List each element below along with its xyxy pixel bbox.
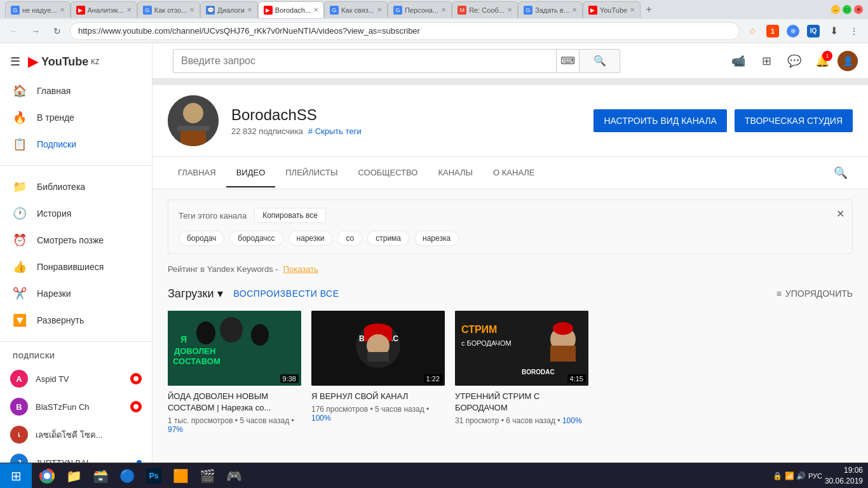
tab-2[interactable]: ▶ Аналитик... ✕ bbox=[71, 1, 137, 18]
channel-meta: 22 832 подписчика # Скрыть теги bbox=[231, 126, 581, 136]
tab-10[interactable]: ▶ YouTube ✕ bbox=[583, 1, 641, 18]
tab-6[interactable]: G Как связ... ✕ bbox=[324, 1, 388, 18]
taskbar-photoshop[interactable]: Ps bbox=[141, 463, 166, 489]
nav-item-about[interactable]: О КАНАЛЕ bbox=[483, 159, 545, 187]
sidebar-item-subscriptions[interactable]: 📋 Подписки bbox=[0, 131, 152, 158]
sidebar-item-library[interactable]: 📁 Библиотека bbox=[0, 173, 152, 200]
tag-0[interactable]: бородач bbox=[179, 231, 224, 246]
tab-close-8[interactable]: ✕ bbox=[507, 6, 512, 13]
tab-close-1[interactable]: ✕ bbox=[60, 6, 65, 13]
hamburger-icon[interactable]: ☰ bbox=[10, 55, 20, 69]
start-button[interactable]: ⊞ bbox=[0, 463, 32, 489]
copy-tags-button[interactable]: Копировать все bbox=[254, 208, 326, 223]
tags-close-button[interactable]: ✕ bbox=[836, 208, 844, 220]
creative-studio-button[interactable]: ТВОРЧЕСКАЯ СТУДИЯ bbox=[735, 109, 853, 132]
messages-icon[interactable]: 💬 bbox=[782, 48, 807, 74]
tab-close-7[interactable]: ✕ bbox=[441, 6, 446, 13]
tab-label-4: Диалоги bbox=[217, 6, 245, 14]
search-button[interactable]: 🔍 bbox=[580, 49, 620, 73]
sub-avatar-jurttyn: J bbox=[10, 454, 28, 463]
maximize-button[interactable]: □ bbox=[843, 5, 851, 14]
sub-item-aspid[interactable]: A Aspid TV bbox=[0, 365, 152, 393]
taskbar-steam[interactable]: 🎮 bbox=[221, 463, 247, 489]
chrome-menu-icon[interactable]: ⋮ bbox=[845, 22, 863, 40]
customize-channel-button[interactable]: НАСТРОИТЬ ВИД КАНАЛА bbox=[593, 109, 727, 132]
tab-close-4[interactable]: ✕ bbox=[247, 6, 252, 13]
forward-button[interactable]: → bbox=[27, 22, 44, 40]
tag-5[interactable]: нарезка bbox=[414, 231, 459, 246]
tab-5-active[interactable]: ▶ Borodach... ✕ bbox=[258, 1, 324, 18]
hide-tags-link[interactable]: # Скрыть теги bbox=[308, 126, 362, 136]
minimize-button[interactable]: – bbox=[831, 5, 840, 14]
apps-icon[interactable]: ⊞ bbox=[754, 48, 779, 74]
tag-2[interactable]: нарезки bbox=[288, 231, 333, 246]
notifications-icon[interactable]: 🔔 1 bbox=[810, 48, 835, 74]
back-button[interactable]: ← bbox=[5, 22, 23, 40]
rating-show-link[interactable]: Показать bbox=[283, 264, 318, 274]
ext-icon-3[interactable]: IQ bbox=[804, 22, 822, 40]
youtube-logo[interactable]: ▶ YouTubeKZ bbox=[28, 53, 99, 70]
sidebar-item-trending[interactable]: 🔥 В тренде bbox=[0, 104, 152, 131]
tab-close-2[interactable]: ✕ bbox=[126, 6, 132, 13]
tab-close-3[interactable]: ✕ bbox=[189, 6, 194, 13]
tag-1[interactable]: бородачсс bbox=[229, 231, 283, 246]
sidebar-item-expand[interactable]: 🔽 Развернуть bbox=[0, 307, 152, 334]
tag-4[interactable]: стрима bbox=[367, 231, 409, 246]
nav-item-home[interactable]: ГЛАВНАЯ bbox=[168, 159, 226, 187]
video-card-0[interactable]: Я ДОВОЛЕН СОСТАВОМ 9:38 ЙОДА ДО bbox=[168, 311, 301, 439]
tray-icons: 🔒 📶 🔊 bbox=[773, 471, 806, 480]
close-button[interactable]: ✕ bbox=[854, 5, 863, 14]
taskbar-app-6[interactable]: 🟧 bbox=[168, 463, 193, 489]
taskbar-app-4[interactable]: 🔵 bbox=[114, 463, 140, 489]
tab-close-6[interactable]: ✕ bbox=[377, 6, 382, 13]
taskbar-app-3[interactable]: 🗃️ bbox=[88, 463, 113, 489]
nav-item-channels[interactable]: КАНАЛЫ bbox=[428, 159, 483, 187]
sidebar-item-history[interactable]: 🕐 История bbox=[0, 200, 152, 227]
tab-3[interactable]: G Как отзо... ✕ bbox=[137, 1, 201, 18]
sub-item-blastz[interactable]: B BlaSTzFun Ch bbox=[0, 393, 152, 421]
tab-9[interactable]: G Задать в... ✕ bbox=[518, 1, 583, 18]
refresh-button[interactable]: ↻ bbox=[48, 22, 66, 40]
ext-icon-2[interactable]: ⊕ bbox=[784, 22, 802, 40]
tab-close-10[interactable]: ✕ bbox=[630, 6, 635, 13]
taskbar-chrome[interactable] bbox=[34, 463, 60, 489]
tab-close-9[interactable]: ✕ bbox=[572, 6, 577, 13]
tab-4[interactable]: 💬 Диалоги ✕ bbox=[200, 1, 258, 18]
nav-item-community[interactable]: СООБЩЕСТВО bbox=[348, 159, 428, 187]
video-info-2: УТРЕННИЙ СТРИМ С БОРОДАЧОМ 31 просмотр •… bbox=[455, 386, 588, 430]
ext-icon-4[interactable]: ⬇ bbox=[825, 22, 843, 40]
sub-item-thai[interactable]: เ เลซเด็ดโซคี โซค... bbox=[0, 421, 152, 449]
sidebar: ☰ ▶ YouTubeKZ 🏠 Главная 🔥 В тренде 📋 По bbox=[0, 43, 153, 463]
tab-7[interactable]: G Персона... ✕ bbox=[388, 1, 452, 18]
taskbar-video-editor[interactable]: 🎬 bbox=[194, 463, 220, 489]
user-avatar[interactable]: 👤 bbox=[837, 51, 858, 71]
bookmark-icon[interactable]: ☆ bbox=[743, 22, 761, 40]
search-input[interactable] bbox=[173, 50, 556, 72]
tab-close-5[interactable]: ✕ bbox=[313, 6, 318, 13]
upload-icon[interactable]: 📹 bbox=[726, 48, 751, 74]
video-duration-2: 4:15 bbox=[567, 374, 586, 383]
keyboard-button[interactable]: ⌨ bbox=[556, 50, 579, 72]
tab-1[interactable]: G не надуе... ✕ bbox=[5, 1, 71, 18]
video-card-1[interactable]: BORODAC 1:22 Я ВЕРНУЛ СВОЙ КА bbox=[311, 311, 445, 439]
video-card-2[interactable]: СТРИМ с БОРОДАЧОМ BORODAC 4:15 bbox=[455, 311, 588, 439]
sort-button[interactable]: ≡ УПОРЯДОЧИТЬ bbox=[776, 288, 853, 299]
url-bar[interactable]: https://www.youtube.com/channel/UCvsQHJ7… bbox=[70, 22, 740, 40]
sub-item-jurttyn[interactable]: J JURTTYN BAL... bbox=[0, 449, 152, 463]
sidebar-item-home[interactable]: 🏠 Главная bbox=[0, 78, 152, 104]
sidebar-label-history: История bbox=[37, 208, 71, 219]
sidebar-item-cuts[interactable]: ✂️ Нарезки bbox=[0, 280, 152, 307]
channel-search-icon[interactable]: 🔍 bbox=[829, 157, 853, 189]
tag-3[interactable]: со bbox=[337, 231, 362, 246]
sidebar-item-watch-later[interactable]: ⏰ Смотреть позже bbox=[0, 227, 152, 254]
nav-item-videos[interactable]: ВИДЕО bbox=[226, 159, 276, 187]
tab-favicon-6: G bbox=[330, 6, 339, 15]
new-tab-button[interactable]: + bbox=[641, 1, 657, 18]
ext-icon-1[interactable]: 1 bbox=[764, 22, 782, 40]
tab-8[interactable]: M Re: Сооб... ✕ bbox=[452, 1, 518, 18]
uploads-dropdown-button[interactable]: Загрузки ▾ bbox=[168, 287, 223, 301]
sidebar-item-liked[interactable]: 👍 Понравившиеся bbox=[0, 254, 152, 280]
play-all-button[interactable]: ВОСПРОИЗВЕСТИ ВСЕ bbox=[233, 288, 339, 299]
nav-item-playlists[interactable]: ПЛЕЙЛИСТЫ bbox=[275, 159, 348, 187]
taskbar-file-manager[interactable]: 📁 bbox=[61, 463, 86, 489]
